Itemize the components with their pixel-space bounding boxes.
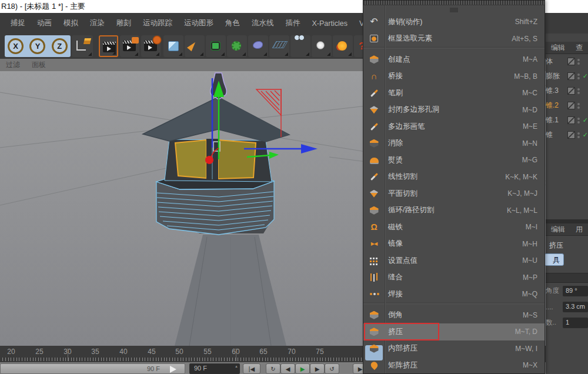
enabled-check-icon[interactable]: ✓: [583, 72, 588, 80]
menu-item-shortcut: M~S: [523, 311, 544, 319]
object-row[interactable]: 锥.1 ✓: [546, 113, 588, 128]
render-view-button[interactable]: [99, 35, 118, 57]
menu-character[interactable]: 角色: [219, 18, 246, 28]
x-axis-lock-button[interactable]: X: [8, 38, 24, 54]
add-camera-button[interactable]: [290, 35, 310, 57]
object-row[interactable]: 锥 ✓: [546, 128, 588, 142]
visibility-dots-icon[interactable]: [577, 102, 580, 110]
menu-item-plane-cut[interactable]: 平面切割 K~J, M~J: [363, 185, 544, 202]
menu-mograph[interactable]: 运动图形: [178, 18, 219, 28]
menu-item-line-cut[interactable]: 线性切割 K~K, M~K: [363, 169, 544, 186]
menu-item-extrude-inner[interactable]: 内部挤压 M~W, I: [363, 340, 544, 358]
menu-snap[interactable]: 捕捉: [5, 18, 31, 28]
menu-item-create-point[interactable]: 创建点 M~A: [363, 51, 544, 68]
render-clapboard-icon: [103, 42, 116, 52]
add-primitive-button[interactable]: [163, 35, 183, 57]
layer-swatch-icon[interactable]: [567, 116, 575, 124]
menu-item-magnet[interactable]: Ω 磁铁 M~I: [363, 219, 544, 236]
prev-frame-button[interactable]: ◀: [280, 363, 295, 374]
timeline-slider-handle[interactable]: [170, 366, 176, 373]
viewport-menu-panel[interactable]: 面板: [26, 60, 52, 70]
enabled-check-icon[interactable]: ✓: [583, 116, 588, 124]
visibility-dots-icon[interactable]: [577, 116, 580, 125]
menu-motion-tracker[interactable]: 运动跟踪: [137, 18, 178, 28]
add-subdivision-surface-button[interactable]: [206, 35, 226, 57]
menu-item-bevel[interactable]: 倒角 M~S: [363, 307, 544, 324]
add-generator-button[interactable]: [227, 35, 247, 57]
menu-item-matrix-extrude[interactable]: 矩阵挤压 M~X: [363, 357, 544, 374]
options-section-header[interactable]: [546, 273, 588, 283]
gizmo-origin-handle[interactable]: [205, 156, 213, 164]
visibility-dots-icon[interactable]: [577, 58, 580, 66]
add-deformer-button[interactable]: [248, 35, 268, 57]
menu-sculpt[interactable]: 雕刻: [111, 18, 137, 28]
layer-swatch-icon[interactable]: [567, 87, 575, 95]
visibility-dots-icon[interactable]: [577, 131, 580, 139]
menu-pipeline[interactable]: 流水线: [246, 18, 280, 28]
menu-item-label: 线性切割: [385, 172, 505, 182]
om-menu-view[interactable]: 查: [570, 43, 588, 53]
visibility-dots-icon[interactable]: [577, 87, 580, 95]
play-button[interactable]: ▶: [295, 363, 310, 374]
am-menu-edit[interactable]: 编辑: [546, 225, 570, 235]
menu-item-polygon-pen[interactable]: 多边形画笔 M~E: [363, 118, 544, 135]
next-frame-button[interactable]: ▶: [310, 363, 325, 374]
loop-button[interactable]: ↻: [266, 363, 280, 374]
layer-swatch-icon[interactable]: [567, 58, 575, 65]
offset-value-field[interactable]: 3.3 cm: [563, 302, 588, 312]
object-row-active[interactable]: 锥.2: [546, 98, 588, 113]
floor-icon: [272, 41, 288, 48]
menu-item-frame-selected[interactable]: 框显选取元素 Alt+S, S: [363, 31, 544, 48]
menu-item-iron[interactable]: 熨烫 M~G: [363, 152, 544, 169]
menu-xparticles[interactable]: X-Particles: [306, 19, 353, 28]
menu-item-loop-path-cut[interactable]: 循环/路径切割 K~L, M~L: [363, 202, 544, 219]
layer-swatch-icon[interactable]: [567, 102, 575, 109]
y-axis-lock-button[interactable]: Y: [29, 38, 45, 54]
menu-item-extrude[interactable]: 挤压 M~T, D: [363, 323, 544, 340]
add-sky-button[interactable]: [333, 35, 353, 57]
om-menu-edit[interactable]: 编辑: [546, 43, 570, 53]
enabled-check-icon[interactable]: ✓: [583, 131, 588, 139]
object-row[interactable]: 锥.3: [546, 84, 588, 98]
matrix-extrude-icon: [369, 360, 379, 370]
panel-splitter[interactable]: [546, 219, 588, 223]
z-axis-lock-button[interactable]: Z: [52, 38, 68, 54]
angle-value-field[interactable]: 89 °: [563, 286, 588, 296]
add-light-button[interactable]: [312, 35, 332, 57]
render-pv-badge-icon: [132, 37, 139, 44]
menu-item-brush[interactable]: 笔刷 M~C: [363, 85, 544, 102]
object-row[interactable]: 体: [546, 54, 588, 69]
menu-plugins[interactable]: 插件: [280, 18, 306, 28]
subdivision-value-field[interactable]: 1: [563, 318, 588, 328]
menu-scroll-strip[interactable]: [363, 1, 544, 5]
layer-swatch-icon[interactable]: [567, 131, 575, 139]
object-row[interactable]: 膨胀 ✓: [546, 69, 588, 84]
menu-item-stitch-sew[interactable]: 缝合 M~P: [363, 269, 544, 286]
viewport-menu-filter[interactable]: 过滤: [0, 60, 26, 70]
visibility-dots-icon[interactable]: [577, 72, 580, 81]
menu-item-bridge[interactable]: ∩ 桥接 M~B, B: [363, 68, 544, 85]
am-menu-user[interactable]: 用: [570, 225, 588, 235]
ruler-tick-label: 35: [86, 348, 104, 356]
menu-item-undo-action[interactable]: ↶ 撤销(动作) Shift+Z: [363, 14, 544, 31]
render-settings-button[interactable]: [141, 35, 161, 57]
menu-item-mirror[interactable]: ▶◀ 镜像 M~H: [363, 236, 544, 253]
menu-item-dissolve[interactable]: 消除 M~N: [363, 135, 544, 152]
coordinate-system-button[interactable]: [72, 35, 93, 57]
goto-start-button[interactable]: |◀: [243, 363, 260, 374]
add-spline-button[interactable]: [185, 35, 205, 57]
menu-render[interactable]: 渲染: [84, 18, 111, 28]
frame-spinner[interactable]: ▲: [235, 365, 238, 368]
cycle-button[interactable]: ↺: [325, 363, 339, 374]
timeline-slider[interactable]: 90 F: [0, 363, 185, 374]
end-frame-field[interactable]: 90 F ▲: [189, 363, 240, 374]
menu-item-close-polygon-hole[interactable]: 封闭多边形孔洞 M~D: [363, 102, 544, 119]
render-to-picture-viewer-button[interactable]: [120, 35, 139, 57]
menu-simulate[interactable]: 模拟: [58, 18, 84, 28]
tool-options-tab[interactable]: 具: [544, 253, 564, 266]
menu-item-weld[interactable]: 焊接 M~Q: [363, 286, 544, 303]
add-floor-button[interactable]: [269, 35, 289, 57]
layer-swatch-icon[interactable]: [567, 72, 575, 80]
menu-animation[interactable]: 动画: [31, 18, 58, 28]
menu-item-set-point-value[interactable]: 设置点值 M~U: [363, 252, 544, 269]
